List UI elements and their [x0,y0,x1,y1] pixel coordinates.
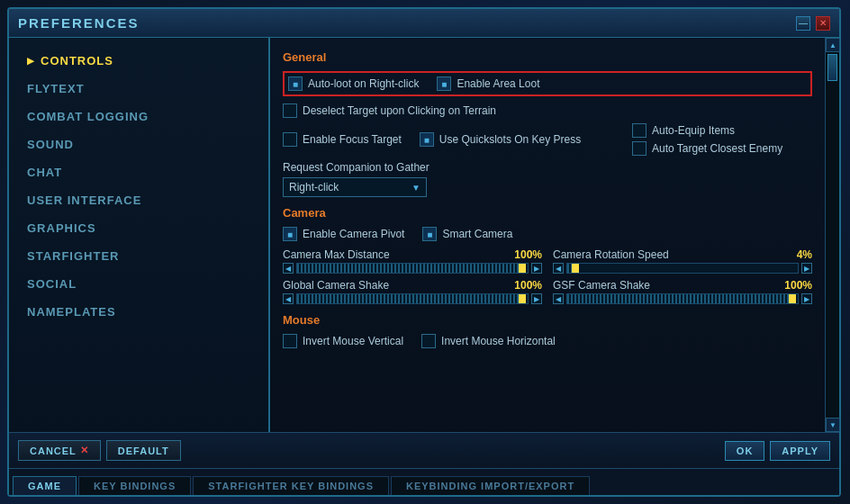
auto-target-closest-checkbox-box[interactable] [632,141,647,156]
cancel-label: CANCEL [30,446,77,456]
gsf-camera-shake-name: GSF Camera Shake [553,279,650,292]
invert-mouse-horizontal-checkbox[interactable]: Invert Mouse Horizontal [421,334,556,348]
gsf-camera-shake-value: 100% [784,279,812,292]
slider-right-arrow-gcs[interactable]: ▶ [531,293,542,304]
gsf-camera-shake-header: GSF Camera Shake 100% [553,279,812,292]
global-camera-shake-slider: Global Camera Shake 100% ◀ ▶ [283,279,542,304]
camera-rotation-speed-thumb[interactable] [572,264,579,273]
global-camera-shake-header: Global Camera Shake 100% [283,279,542,292]
deselect-target-checkbox[interactable]: Deselect Target upon Clicking on Terrain [283,104,496,118]
scroll-up-button[interactable]: ▲ [826,38,840,52]
deselect-target-label: Deselect Target upon Clicking on Terrain [303,104,496,117]
global-camera-shake-thumb[interactable] [519,294,526,303]
sidebar-label-starfighter: STARFIGHTER [27,249,119,263]
invert-mouse-horizontal-label: Invert Mouse Horizontal [441,335,556,347]
sidebar-item-combat-logging[interactable]: COMBAT LOGGING [9,103,268,130]
sidebar-item-user-interface[interactable]: USER INTERFACE [9,186,268,214]
enable-focus-target-label: Enable Focus Target [303,133,402,146]
sidebar-item-graphics[interactable]: GRAPHICS [9,214,268,242]
deselect-target-checkbox-box[interactable] [283,104,297,118]
companion-gather-label: Request Companion to Gather [283,161,812,174]
slider-left-arrow[interactable]: ◀ [283,263,294,274]
auto-equip-items-checkbox-box[interactable] [632,123,647,138]
cancel-button[interactable]: CANCEL ✕ [18,440,101,461]
camera-rotation-speed-name: Camera Rotation Speed [553,248,669,261]
tab-keybinding-import-export[interactable]: KEYBINDING IMPORT/EXPORT [391,476,590,495]
default-button[interactable]: DEFAULT [106,440,181,461]
general-row2-wrapper: Enable Focus Target Use Quickslots On Ke… [283,123,812,156]
tab-starfighter-key-bindings[interactable]: STARFIGHTER KEY BINDINGS [193,476,389,495]
gsf-camera-shake-track[interactable] [566,293,799,304]
tab-game[interactable]: GAME [13,476,77,495]
use-quickslots-checkbox-box[interactable] [420,132,434,147]
auto-equip-items-checkbox[interactable]: Auto-Equip Items [632,123,812,138]
sidebar-item-chat[interactable]: CHAT [9,158,268,186]
apply-button[interactable]: APPLY [770,441,830,461]
sidebar-label-sound: SOUND [27,138,74,151]
smart-camera-label: Smart Camera [442,228,512,240]
enable-camera-pivot-checkbox[interactable]: Enable Camera Pivot [283,227,404,241]
camera-max-distance-track[interactable] [296,263,529,274]
camera-section-header: Camera [283,206,812,220]
invert-mouse-vertical-checkbox[interactable]: Invert Mouse Vertical [283,334,403,348]
smart-camera-checkbox[interactable]: Smart Camera [422,227,512,241]
sidebar-item-nameplates[interactable]: NAMEPLATES [9,298,268,326]
camera-max-distance-slider: Camera Max Distance 100% ◀ ▶ [283,248,542,274]
scrollbar: ▲ ▼ [825,38,839,432]
gsf-camera-shake-thumb[interactable] [789,294,796,303]
camera-max-distance-value: 100% [514,248,542,261]
sidebar-item-social[interactable]: SOCIAL [9,270,268,298]
camera-max-distance-name: Camera Max Distance [283,248,390,261]
global-camera-shake-track[interactable] [296,293,529,304]
camera-max-distance-header: Camera Max Distance 100% [283,248,542,261]
sidebar-item-flytext[interactable]: FLYTEXT [9,75,268,103]
invert-mouse-horizontal-checkbox-box[interactable] [421,334,436,348]
ok-label: OK [737,446,754,456]
tab-key-bindings[interactable]: KEY BINDINGS [78,476,191,495]
main-body: CONTROLS FLYTEXT COMBAT LOGGING SOUND CH… [9,38,839,432]
ok-button[interactable]: OK [725,441,765,461]
camera-rotation-speed-track[interactable] [566,263,799,274]
apply-label: APPLY [782,446,818,456]
slider-left-arrow-rot[interactable]: ◀ [553,263,564,274]
smart-camera-checkbox-box[interactable] [422,227,437,241]
slider-right-arrow-rot[interactable]: ▶ [801,263,812,274]
cancel-x-icon: ✕ [80,445,89,456]
enable-area-loot-checkbox[interactable]: Enable Area Loot [437,76,539,91]
sidebar-item-sound[interactable]: SOUND [9,130,268,158]
minimize-button[interactable]: — [796,16,810,31]
tab-starfighter-key-bindings-label: STARFIGHTER KEY BINDINGS [208,481,374,491]
auto-loot-checkbox[interactable]: Auto-loot on Right-click [288,76,419,91]
enable-area-loot-checkbox-box[interactable] [437,76,451,91]
sidebar-label-graphics: GRAPHICS [27,221,96,235]
scroll-thumb[interactable] [827,54,837,81]
enable-camera-pivot-label: Enable Camera Pivot [303,228,404,240]
sidebar-label-chat: CHAT [27,166,62,179]
sidebar-item-starfighter[interactable]: STARFIGHTER [9,242,268,270]
enable-camera-pivot-checkbox-box[interactable] [283,227,297,241]
camera-max-distance-thumb[interactable] [519,264,526,273]
auto-target-closest-checkbox[interactable]: Auto Target Closest Enemy [632,141,812,156]
companion-gather-dropdown[interactable]: Right-click ▼ [283,177,427,197]
sidebar-item-controls[interactable]: CONTROLS [9,47,268,75]
slider-left-arrow-gcs[interactable]: ◀ [283,293,294,304]
camera-max-distance-fill [297,264,523,273]
slider-right-arrow[interactable]: ▶ [531,263,542,274]
scroll-down-button[interactable]: ▼ [826,418,840,432]
auto-loot-checkbox-box[interactable] [288,76,303,91]
sliders-row2: Global Camera Shake 100% ◀ ▶ GSF C [283,279,812,304]
enable-focus-target-checkbox-box[interactable] [283,132,297,147]
tab-keybinding-import-export-label: KEYBINDING IMPORT/EXPORT [406,481,574,491]
slider-right-arrow-gsf[interactable]: ▶ [801,293,812,304]
companion-gather-value: Right-click [289,181,339,194]
invert-mouse-vertical-label: Invert Mouse Vertical [303,335,403,347]
invert-mouse-vertical-checkbox-box[interactable] [283,334,297,348]
bottom-bar: CANCEL ✕ DEFAULT OK APPLY [9,432,839,468]
slider-left-arrow-gsf[interactable]: ◀ [553,293,564,304]
camera-rotation-speed-slider: Camera Rotation Speed 4% ◀ ▶ [553,248,812,274]
title-bar: PREFERENCES — ✕ [9,9,839,38]
use-quickslots-checkbox[interactable]: Use Quickslots On Key Press [420,132,581,147]
close-button[interactable]: ✕ [816,16,830,31]
enable-focus-target-checkbox[interactable]: Enable Focus Target [283,132,402,147]
use-quickslots-label: Use Quickslots On Key Press [439,133,581,146]
